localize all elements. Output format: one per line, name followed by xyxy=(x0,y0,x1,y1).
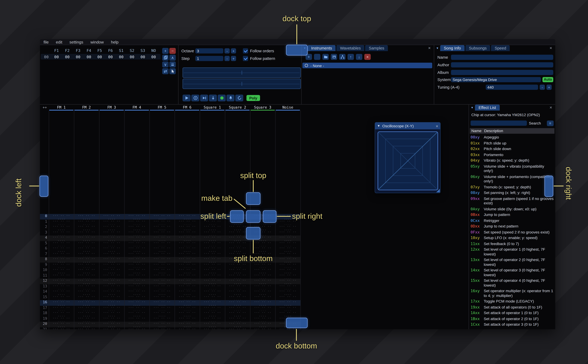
pattern-cell[interactable]: ··· ·· ·· ···· xyxy=(250,311,275,316)
step-input[interactable] xyxy=(195,56,223,61)
remove-order-button[interactable]: − xyxy=(169,48,176,54)
pattern-cell[interactable]: ··· ·· ·· ···· xyxy=(124,300,149,306)
pattern-cell[interactable]: ··· ·· ·· ···· xyxy=(74,295,99,300)
pattern-cell[interactable]: ··· ·· ·· ···· xyxy=(275,273,300,279)
pattern-cell[interactable]: ··· ·· ·· ···· xyxy=(74,268,99,273)
pattern-cell[interactable]: ··· ·· ·· ···· xyxy=(99,252,124,257)
pattern-cell[interactable]: ··· ·· ·· ···· xyxy=(99,257,124,262)
tab-list-icon[interactable]: ▼ xyxy=(470,106,475,109)
tab-instruments[interactable]: Instruments xyxy=(308,45,336,51)
pattern-cell[interactable]: ··· ·· ·· ···· xyxy=(124,257,149,262)
pattern-cell[interactable]: ··· ·· ·· ···· xyxy=(200,289,225,295)
menu-item-settings[interactable]: settings xyxy=(66,39,87,45)
move-order-down-button[interactable]: ∨ xyxy=(162,61,169,67)
pattern-cell[interactable]: ··· ·· ·· ···· xyxy=(275,300,300,306)
pattern-cell[interactable]: ··· ·· ·· ···· xyxy=(175,262,200,268)
pattern-cell[interactable]: ··· ·· ·· ···· xyxy=(149,300,175,306)
pattern-cell[interactable]: ··· ·· ·· ···· xyxy=(225,306,250,311)
pattern-cell[interactable]: ··· ·· ·· ···· xyxy=(175,284,200,290)
pattern-cell[interactable]: ··· ·· ·· ···· xyxy=(275,284,300,290)
pattern-cell[interactable]: ··· ·· ·· ···· xyxy=(149,268,175,273)
tab-samples[interactable]: Samples xyxy=(365,45,388,51)
pattern-cell[interactable]: ··· ·· ·· ···· xyxy=(49,273,74,279)
pattern-cell[interactable]: ··· ·· ·· ···· xyxy=(49,268,74,273)
pattern-cell[interactable]: ··· ·· ·· ···· xyxy=(124,246,149,252)
close-icon[interactable]: × xyxy=(427,45,432,51)
song-author-input[interactable] xyxy=(451,62,553,67)
order-edit-mode-button[interactable] xyxy=(169,68,176,74)
pattern-cell[interactable]: ··· ·· ·· ···· xyxy=(225,289,250,295)
system-auto-button[interactable]: Auto xyxy=(542,77,553,82)
step-one-row-button[interactable] xyxy=(209,95,217,101)
pattern-cell[interactable]: ··· ·· ·· ···· xyxy=(124,289,149,295)
pattern-cell[interactable]: ··· ·· ·· ···· xyxy=(175,322,200,327)
pattern-cell[interactable]: ··· ·· ·· ···· xyxy=(275,289,300,295)
pattern-cell[interactable]: ··· ·· ·· ···· xyxy=(225,284,250,290)
pattern-cell[interactable]: ··· ·· ·· ···· xyxy=(200,268,225,273)
pattern-cell[interactable]: ··· ·· ·· ···· xyxy=(225,273,250,279)
pattern-cell[interactable]: ··· ·· ·· ···· xyxy=(175,327,200,329)
pattern-cell[interactable]: ··· ·· ·· ···· xyxy=(275,230,300,236)
split-target-top[interactable] xyxy=(246,192,260,205)
pattern-cell[interactable]: ··· ·· ·· ···· xyxy=(200,235,225,241)
close-icon[interactable]: × xyxy=(548,45,554,51)
pattern-cell[interactable]: ··· ·· ·· ···· xyxy=(250,268,275,273)
pattern-cell[interactable]: ··· ·· ·· ···· xyxy=(74,300,99,306)
octave-input[interactable] xyxy=(195,48,223,53)
duplicate-order-button[interactable] xyxy=(162,55,169,61)
pattern-cell[interactable]: ··· ·· ·· ···· xyxy=(124,235,149,241)
move-up-button[interactable]: ↑ xyxy=(348,54,354,60)
step-increase-button[interactable]: + xyxy=(231,56,236,61)
tuning-increase-button[interactable]: + xyxy=(547,84,552,90)
pattern-cell[interactable]: ··· ·· ·· ···· xyxy=(99,295,124,300)
order-cell[interactable]: 00 xyxy=(127,54,137,59)
delete-button[interactable]: × xyxy=(364,54,371,60)
pattern-cell[interactable]: ··· ·· ·· ···· xyxy=(225,241,250,246)
pattern-cell[interactable]: ··· ·· ·· ···· xyxy=(74,246,99,252)
song-tuning-input[interactable] xyxy=(486,84,538,90)
pattern-cell[interactable]: ··· ·· ·· ···· xyxy=(74,327,99,329)
pattern-cell[interactable]: ··· ·· ·· ···· xyxy=(124,311,149,316)
pattern-cell[interactable]: ··· ·· ·· ···· xyxy=(74,235,99,241)
pattern-cell[interactable]: ··· ·· ·· ···· xyxy=(175,279,200,284)
pattern-cell[interactable]: ··· ·· ·· ···· xyxy=(225,300,250,306)
pattern-cell[interactable]: ··· ·· ·· ···· xyxy=(175,289,200,295)
pattern-cell[interactable]: ··· ·· ·· ···· xyxy=(49,214,74,219)
pattern-cell[interactable]: ··· ·· ·· ···· xyxy=(49,246,74,252)
pattern-cell[interactable]: ··· ·· ·· ···· xyxy=(149,252,175,257)
pattern-cell[interactable]: ··· ·· ·· ···· xyxy=(149,230,175,236)
order-cell[interactable]: 00 xyxy=(137,54,148,59)
pattern-cell[interactable]: ··· ·· ·· ···· xyxy=(49,311,74,316)
tab-wavetables[interactable]: Wavetables xyxy=(337,45,364,51)
pattern-cell[interactable]: ··· ·· ·· ···· xyxy=(175,235,200,241)
pattern-cell[interactable]: ··· ·· ·· ···· xyxy=(74,306,99,311)
pattern-cell[interactable]: ··· ·· ·· ···· xyxy=(225,311,250,316)
pattern-cell[interactable]: ··· ·· ·· ···· xyxy=(225,262,250,268)
menu-item-edit[interactable]: edit xyxy=(52,39,66,45)
pattern-cell[interactable]: ··· ·· ·· ···· xyxy=(200,230,225,236)
order-cell[interactable]: 00 xyxy=(73,54,84,59)
pattern-cell[interactable]: ··· ·· ·· ···· xyxy=(175,230,200,236)
pattern-cell[interactable]: ··· ·· ·· ···· xyxy=(250,246,275,252)
dock-target-right[interactable] xyxy=(544,176,553,197)
pattern-cell[interactable]: ··· ·· ·· ···· xyxy=(225,322,250,327)
pattern-cell[interactable]: ··· ·· ·· ···· xyxy=(200,273,225,279)
pattern-cell[interactable]: ··· ·· ·· ···· xyxy=(175,295,200,300)
pattern-cell[interactable]: ··· ·· ·· ···· xyxy=(49,295,74,300)
order-cell[interactable]: 00 xyxy=(62,54,73,59)
pattern-cell[interactable]: ··· ·· ·· ···· xyxy=(200,300,225,306)
pattern-cell[interactable]: ··· ·· ·· ···· xyxy=(200,311,225,316)
pattern-cell[interactable]: ··· ·· ·· ···· xyxy=(275,279,300,284)
pattern-cell[interactable]: ··· ·· ·· ···· xyxy=(99,311,124,316)
pattern-cell[interactable]: ··· ·· ·· ···· xyxy=(149,279,175,284)
pattern-cell[interactable]: ··· ·· ·· ···· xyxy=(99,262,124,268)
pattern-cell[interactable]: ··· ·· ·· ···· xyxy=(250,262,275,268)
pattern-cell[interactable]: ··· ·· ·· ···· xyxy=(149,219,175,225)
pattern-cell[interactable]: ··· ·· ·· ···· xyxy=(225,295,250,300)
octave-decrease-button[interactable]: - xyxy=(225,48,230,53)
pattern-cell[interactable]: ··· ·· ·· ···· xyxy=(250,316,275,322)
pattern-cell[interactable]: ··· ·· ·· ···· xyxy=(275,295,300,300)
pattern-cell[interactable]: ··· ·· ·· ···· xyxy=(200,279,225,284)
order-cell[interactable]: 00 xyxy=(51,54,62,59)
pattern-cell[interactable]: ··· ·· ·· ···· xyxy=(124,219,149,225)
